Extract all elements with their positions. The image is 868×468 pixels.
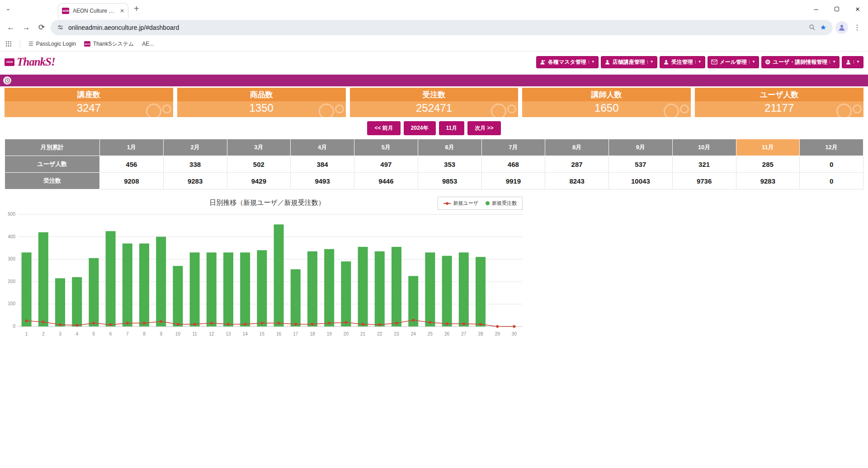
stat-card-value: 1650 [522,101,691,117]
chevron-down-icon[interactable]: ▼ [830,60,836,64]
next-month-button[interactable]: 次月 >> [467,121,500,135]
table-cell: 321 [672,156,736,173]
green-dot-marker-icon [486,201,490,205]
browser-menu-icon[interactable]: ⋮ [851,23,863,32]
stat-card-4: ユーザ人数21177 [695,88,863,117]
user-icon [663,59,669,65]
svg-text:3: 3 [59,331,61,336]
close-button[interactable]: ✕ [847,0,868,18]
minimize-button[interactable]: ─ [806,0,826,18]
nav-button-1[interactable]: 店舗講座管理▼ [601,56,657,68]
stat-card-value: 3247 [5,101,173,117]
svg-text:1: 1 [25,331,28,336]
table-cell: 0 [800,173,863,189]
sub-header-bar [0,75,868,86]
legend-label: 新規受注数 [492,200,517,207]
table-cell: 287 [545,156,609,173]
month-button[interactable]: 11月 [439,121,465,135]
stat-card-0: 講座数3247 [5,88,173,117]
nav-button-label: 店舗講座管理 [613,58,645,66]
chevron-down-icon[interactable]: ▼ [589,60,595,64]
table-cell: 353 [418,156,481,173]
table-cell: 9853 [418,173,481,189]
back-icon[interactable]: ← [5,21,17,34]
month-column-header: 9月 [609,139,673,156]
browser-tab[interactable]: AEON AEON Culture Club ✕ [58,3,128,18]
svg-text:300: 300 [8,256,15,261]
user-icon [845,59,851,65]
maximize-button[interactable] [826,0,847,18]
nav-button-3[interactable]: メール管理▼ [708,56,759,68]
month-table: 月別累計1月2月3月4月5月6月7月8月9月10月11月12月 ユーザ人数456… [5,139,863,189]
bookmark-star-icon[interactable]: ★ [820,23,826,32]
chevron-down-icon[interactable]: ▼ [854,60,860,64]
site-settings-icon[interactable] [57,24,64,31]
chevron-down-icon[interactable]: ▼ [647,60,654,64]
browser-tabstrip: ⌄ AEON AEON Culture Club ✕ + ─ ✕ [0,0,868,18]
svg-text:4: 4 [75,331,78,336]
forward-icon[interactable]: → [20,21,33,34]
bookmark-label: PassLogic Login [36,41,76,47]
nav-button-2[interactable]: 受注管理▼ [660,56,705,68]
svg-text:5: 5 [93,331,95,336]
bookmark-truncated[interactable]: AE... [142,41,154,47]
chevron-down-icon[interactable]: ▼ [695,60,702,64]
chevron-down-icon[interactable]: ▼ [749,60,755,64]
svg-text:19: 19 [327,331,332,336]
window-controls: ─ ✕ [806,0,868,18]
tab-close-icon[interactable]: ✕ [120,8,124,14]
svg-text:13: 13 [226,331,231,336]
app-logo-text: ThankS! [17,56,55,68]
svg-text:29: 29 [495,331,500,336]
stat-card-3: 講師人数1650 [522,88,691,117]
bookmarks-separator [20,40,20,47]
new-tab-button[interactable]: + [134,4,139,14]
nav-button-label: 各種マスタ管理 [548,58,586,66]
account-menu-button[interactable]: ▼ [842,56,863,68]
gear-icon: ⚙ [765,59,771,65]
bookmark-passlogic[interactable]: ☰ PassLogic Login [28,41,76,47]
table-corner-header: 月別累計 [5,139,100,156]
svg-text:2: 2 [42,331,45,336]
prev-month-button[interactable]: << 前月 [367,121,400,135]
year-button[interactable]: 2024年 [404,121,436,135]
bookmark-thanks-system[interactable]: AEON ThankSシステム [84,40,134,48]
app-header: AEON ThankS! 各種マスタ管理▼店舗講座管理▼受注管理▼メール管理▼⚙… [0,52,868,72]
table-row: 受注数9208928394299493944698539919824310043… [5,173,863,189]
nav-button-4[interactable]: ⚙ユーザ・講師情報管理▼ [761,56,840,68]
month-column-header: 3月 [227,139,291,156]
svg-text:24: 24 [411,331,416,336]
apps-grid-icon[interactable] [5,41,12,47]
bookmark-label: AE... [142,41,154,47]
month-column-header: 10月 [672,139,736,156]
month-column-header: 5月 [354,139,418,156]
stat-card-title: 商品数 [177,88,346,101]
table-cell: 9283 [163,173,227,189]
profile-avatar[interactable] [835,21,848,34]
zoom-icon[interactable] [809,24,816,31]
url-text[interactable]: onlineadmin.aeonculture.jp/#dashboard [68,24,804,31]
aeon-logo-badge-icon: AEON [5,58,14,66]
aeon-icon: AEON [84,41,90,47]
address-bar[interactable]: onlineadmin.aeonculture.jp/#dashboard ★ [51,20,833,35]
table-cell: 9493 [291,173,354,189]
svg-text:400: 400 [8,234,15,239]
nav-button-0[interactable]: 各種マスタ管理▼ [536,56,599,68]
app-logo[interactable]: AEON ThankS! [5,56,55,68]
svg-text:27: 27 [461,331,467,336]
table-cell: 497 [354,156,418,173]
svg-text:15: 15 [259,331,265,336]
tab-search-chevron-icon[interactable]: ⌄ [5,5,11,12]
month-column-header: 12月 [800,139,863,156]
user-icon [604,59,610,65]
table-cell: 9283 [736,173,800,189]
nav-button-label: ユーザ・講師情報管理 [773,58,828,66]
table-cell: 468 [481,156,545,173]
reload-icon[interactable]: ⟳ [35,21,48,34]
mail-icon [711,59,717,65]
stat-card-2: 受注数252471 [350,88,519,117]
red-line-marker-icon [443,203,451,204]
svg-text:22: 22 [377,331,382,336]
svg-text:20: 20 [344,331,349,336]
svg-text:23: 23 [394,331,399,336]
